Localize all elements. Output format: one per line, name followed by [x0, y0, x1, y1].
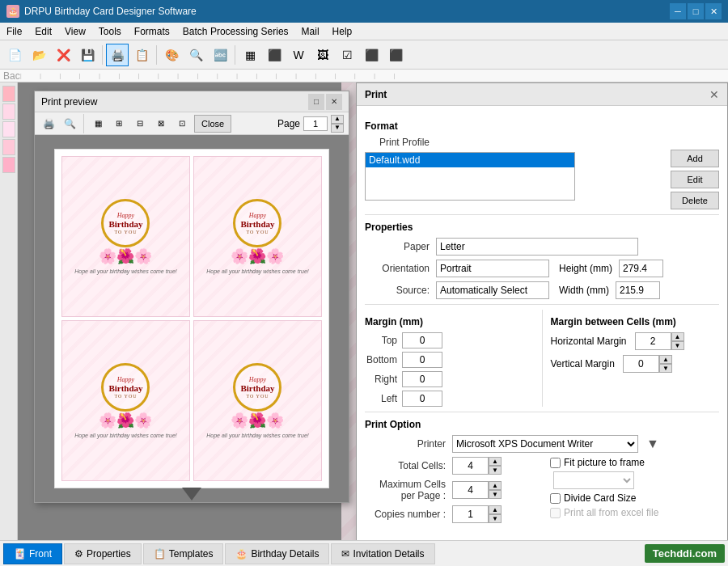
- menu-edit[interactable]: Edit: [28, 23, 58, 40]
- profile-item-default[interactable]: Default.wdd: [366, 153, 574, 167]
- printer-select[interactable]: Microsoft XPS Document Writer: [452, 435, 638, 453]
- v-margin-down[interactable]: ▼: [659, 364, 672, 373]
- tab-front[interactable]: 🃏 Front: [3, 543, 62, 564]
- menu-batch[interactable]: Batch Processing Series: [176, 23, 295, 40]
- minimize-button[interactable]: ─: [670, 3, 686, 19]
- menu-mail[interactable]: Mail: [295, 23, 326, 40]
- preview-view3[interactable]: ⊟: [131, 115, 149, 133]
- v-margin-input[interactable]: [623, 355, 659, 373]
- preview-view1[interactable]: ▦: [89, 115, 107, 133]
- preview-zoom-icon[interactable]: 🔍: [61, 115, 78, 133]
- tb-text[interactable]: 🔤: [209, 44, 231, 66]
- tb-insert[interactable]: ⬛: [263, 44, 286, 66]
- tb-word[interactable]: W: [287, 44, 310, 66]
- thumbnail-5[interactable]: [2, 157, 15, 173]
- v-margin-up[interactable]: ▲: [659, 355, 672, 364]
- max-cells-row: Maximum Cells per Page : ▲ ▼: [365, 479, 534, 501]
- max-cells-up[interactable]: ▲: [489, 481, 502, 490]
- card-4: Happy Birthday TO YOU 🌸🌺🌸 Hope all your …: [193, 320, 322, 481]
- tb-open[interactable]: 📂: [28, 44, 50, 66]
- dialog-close-button[interactable]: ✕: [709, 88, 719, 101]
- tb-print[interactable]: 🖨️: [106, 44, 129, 66]
- tb-check[interactable]: ☑: [336, 44, 358, 66]
- orientation-row: Orientation Height (mm): [365, 260, 719, 277]
- card-circle-1: Happy Birthday TO YOU: [101, 199, 150, 247]
- dialog-body: Format Print Profile Default.wdd Add Edi…: [357, 106, 727, 535]
- copies-down[interactable]: ▼: [489, 514, 502, 523]
- tab-invitation[interactable]: ✉ Invitation Details: [331, 543, 434, 564]
- fit-picture-select[interactable]: [553, 471, 634, 489]
- h-margin-down[interactable]: ▼: [671, 341, 684, 350]
- tb-close[interactable]: ❌: [52, 44, 74, 66]
- copies-label: Copies number :: [365, 509, 446, 520]
- thumbnail-4[interactable]: [2, 139, 15, 155]
- tab-templates[interactable]: 📋 Templates: [143, 543, 224, 564]
- tb-design[interactable]: 🎨: [160, 44, 183, 66]
- edit-button[interactable]: Edit: [671, 171, 719, 188]
- tb-more2[interactable]: ⬛: [384, 44, 407, 66]
- tb-barcode[interactable]: ▦: [239, 44, 261, 66]
- max-cells-input[interactable]: [452, 481, 489, 499]
- preview-close-button[interactable]: Close: [194, 115, 231, 133]
- paper-input[interactable]: [436, 238, 638, 256]
- bottom-input[interactable]: [402, 352, 442, 368]
- tab-group: 🃏 Front ⚙ Properties 📋 Templates 🎂 Birth…: [3, 543, 435, 564]
- total-cells-down[interactable]: ▼: [489, 466, 502, 475]
- page-input[interactable]: [303, 116, 328, 131]
- menu-formats[interactable]: Formats: [128, 23, 176, 40]
- page-label: Page: [277, 118, 300, 129]
- width-input[interactable]: [616, 281, 660, 299]
- total-cells-up[interactable]: ▲: [489, 457, 502, 466]
- preview-view5[interactable]: ⊡: [173, 115, 191, 133]
- add-button[interactable]: Add: [671, 150, 719, 167]
- fit-picture-row: Fit picture to frame: [550, 457, 719, 468]
- tb-save[interactable]: 💾: [76, 44, 99, 66]
- divide-card-checkbox[interactable]: [550, 493, 561, 504]
- tb-search[interactable]: 🔍: [184, 44, 207, 66]
- delete-button[interactable]: Delete: [671, 192, 719, 209]
- preview-print-icon[interactable]: 🖨️: [40, 115, 57, 133]
- divider-1: [365, 214, 719, 215]
- thumbnail-3[interactable]: [2, 121, 15, 137]
- page-down[interactable]: ▼: [331, 124, 344, 133]
- source-input[interactable]: [436, 281, 549, 299]
- preview-close-btn[interactable]: ✕: [326, 94, 342, 110]
- copies-input[interactable]: [452, 505, 489, 523]
- page-up[interactable]: ▲: [331, 115, 344, 124]
- preview-view4[interactable]: ⊠: [152, 115, 170, 133]
- h-margin-row: Horizontal Margin ▲ ▼: [551, 332, 720, 350]
- tb-more[interactable]: ⬛: [360, 44, 383, 66]
- right-input[interactable]: [402, 371, 442, 387]
- tb-copy[interactable]: 📋: [130, 44, 153, 66]
- h-margin-input[interactable]: [635, 332, 671, 350]
- menu-tools[interactable]: Tools: [92, 23, 128, 40]
- copies-up[interactable]: ▲: [489, 505, 502, 514]
- left-input[interactable]: [402, 391, 442, 407]
- tb-img[interactable]: 🖼: [311, 44, 334, 66]
- fit-picture-checkbox[interactable]: [550, 458, 561, 468]
- properties-section-label: Properties: [365, 222, 719, 233]
- h-margin-up[interactable]: ▲: [671, 332, 684, 341]
- menu-help[interactable]: Help: [326, 23, 359, 40]
- thumbnail-2[interactable]: [2, 103, 15, 120]
- preview-maximize[interactable]: □: [308, 94, 324, 110]
- close-button[interactable]: ✕: [705, 3, 722, 19]
- profile-list[interactable]: Default.wdd: [365, 152, 575, 201]
- menu-file[interactable]: File: [0, 23, 28, 40]
- top-input[interactable]: [402, 332, 442, 348]
- menu-view[interactable]: View: [58, 23, 92, 40]
- maximize-button[interactable]: □: [688, 3, 704, 19]
- total-cells-input[interactable]: [452, 457, 489, 475]
- tb-sep3: [235, 45, 235, 65]
- orientation-input[interactable]: [436, 260, 549, 277]
- tab-birthday[interactable]: 🎂 Birthday Details: [225, 543, 329, 564]
- profile-section: Print Profile Default.wdd: [365, 137, 662, 201]
- preview-view2[interactable]: ⊞: [110, 115, 128, 133]
- tb-new[interactable]: 📄: [3, 44, 26, 66]
- height-input[interactable]: [619, 260, 663, 277]
- thumbnail-1[interactable]: [2, 86, 15, 102]
- print-excel-checkbox[interactable]: [550, 508, 561, 518]
- tab-properties[interactable]: ⚙ Properties: [64, 543, 142, 564]
- max-cells-down[interactable]: ▼: [489, 490, 502, 499]
- total-cells-spinner: ▲ ▼: [452, 457, 502, 475]
